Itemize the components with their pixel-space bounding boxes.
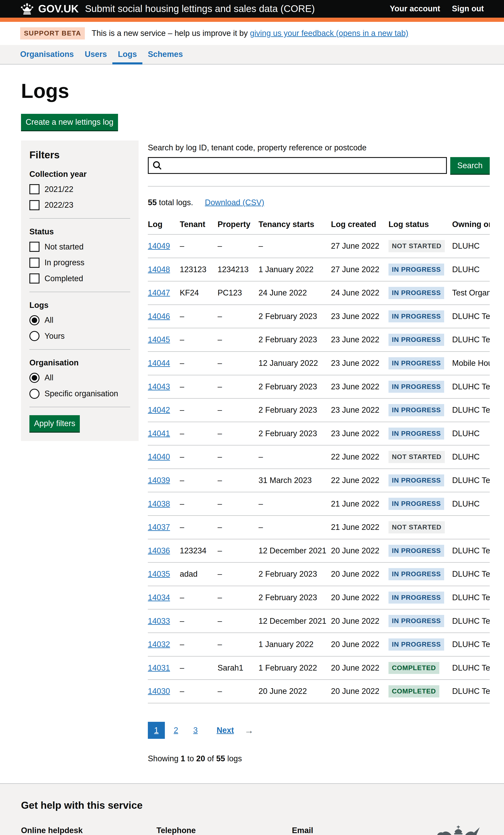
log-id-link[interactable]: 14043 [148, 382, 170, 391]
owning-organisation-cell: DLUHC Tes [452, 399, 490, 422]
tab-schemes[interactable]: Schemes [142, 45, 188, 64]
radio-label: Specific organisation [44, 388, 118, 399]
pagination-page-3[interactable]: 3 [187, 722, 204, 739]
radio-label: All [44, 372, 53, 383]
owning-organisation-cell: DLUHC Tes [452, 609, 490, 633]
footer-crest-area [434, 825, 483, 835]
log-id-link[interactable]: 14032 [148, 640, 170, 649]
tenancy-starts-cell: 1 February 2022 [259, 656, 331, 680]
property-cell: – [218, 375, 259, 399]
property-cell: – [218, 679, 259, 703]
showing-to: 20 [196, 754, 205, 763]
col-header-tenancy-starts: Tenancy starts [259, 216, 331, 235]
owning-organisation-cell: DLUHC Tes [452, 563, 490, 586]
your-account-link[interactable]: Your account [390, 4, 440, 14]
radio-label: Yours [44, 331, 65, 341]
owning-organisation-cell: DLUHC [452, 235, 490, 258]
results-divider [148, 186, 490, 186]
tenancy-starts-cell: 24 June 2022 [259, 281, 331, 305]
log-id-link[interactable]: 14047 [148, 288, 170, 297]
checkbox-2022-23[interactable] [29, 200, 39, 210]
checkbox-not-started[interactable] [29, 242, 39, 252]
pagination-next-link[interactable]: Next [210, 722, 240, 739]
govuk-logo-link[interactable]: GOV.UK [20, 2, 79, 16]
checkbox-2021-22[interactable] [29, 184, 39, 194]
download-csv-link[interactable]: Download (CSV) [205, 198, 264, 207]
log-id-link[interactable]: 14039 [148, 476, 170, 485]
col-header-log-created: Log created [331, 216, 388, 235]
pagination-page-1[interactable]: 1 [148, 722, 165, 739]
pagination-page-2[interactable]: 2 [167, 722, 184, 739]
checkbox-in-progress[interactable] [29, 258, 39, 268]
tenancy-starts-cell: 20 June 2022 [259, 679, 331, 703]
table-row: 14031 – Sarah1 1 February 2022 20 June 2… [148, 656, 490, 680]
filter-group-collection-year: Collection year 2021/22 2022/23 [29, 169, 130, 210]
table-row: 14046 – – 2 February 2023 23 June 2022 I… [148, 305, 490, 328]
govuk-logo-text: GOV.UK [38, 2, 79, 16]
filter-divider [29, 407, 130, 407]
tab-logs[interactable]: Logs [112, 45, 142, 64]
govuk-header: GOV.UK Submit social housing lettings an… [0, 0, 504, 22]
tab-organisations[interactable]: Organisations [15, 45, 79, 64]
collection-year-legend: Collection year [29, 169, 130, 179]
apply-filters-button[interactable]: Apply filters [29, 415, 80, 432]
table-row: 14041 – – 2 February 2023 23 June 2022 I… [148, 422, 490, 445]
log-id-link[interactable]: 14038 [148, 500, 170, 508]
status-badge: NOT STARTED [388, 240, 445, 252]
log-id-link[interactable]: 14033 [148, 616, 170, 626]
log-id-link[interactable]: 14035 [148, 570, 170, 578]
sign-out-link[interactable]: Sign out [452, 4, 484, 14]
status-badge: IN PROGRESS [388, 545, 444, 557]
log-id-link[interactable]: 14037 [148, 523, 170, 532]
property-cell: Sarah1 [218, 656, 259, 680]
radio-organisation-specific[interactable] [29, 389, 39, 399]
primary-navigation: Organisations Users Logs Schemes [0, 45, 504, 64]
service-name-link[interactable]: Submit social housing lettings and sales… [85, 2, 315, 15]
total-logs-text: total logs. [157, 198, 193, 207]
status-badge: IN PROGRESS [388, 592, 444, 604]
create-lettings-log-button[interactable]: Create a new lettings log [21, 114, 118, 130]
log-id-link[interactable]: 14030 [148, 687, 170, 696]
log-id-link[interactable]: 14046 [148, 312, 170, 321]
email-heading: Email [292, 825, 425, 835]
tenancy-starts-cell: 2 February 2023 [259, 422, 331, 445]
log-id-link[interactable]: 14031 [148, 664, 170, 672]
owning-organisation-cell: Mobile Hou [452, 351, 490, 375]
tenancy-starts-cell: 12 January 2022 [259, 351, 331, 375]
owning-organisation-cell: DLUHC Tes [452, 305, 490, 328]
status-badge: COMPLETED [388, 685, 439, 697]
showing-total: 55 [216, 754, 225, 763]
search-input[interactable] [148, 157, 447, 174]
property-cell: – [218, 586, 259, 609]
search-button[interactable]: Search [450, 157, 490, 174]
radio-logs-yours[interactable] [29, 331, 39, 341]
log-created-cell: 22 June 2022 [331, 469, 388, 492]
log-id-link[interactable]: 14044 [148, 359, 170, 368]
footer-telephone: Telephone 0333 202 5084 Monday to Friday… [157, 825, 292, 835]
tenant-cell: – [180, 399, 218, 422]
log-id-link[interactable]: 14040 [148, 452, 170, 461]
radio-organisation-all[interactable] [29, 373, 39, 383]
tab-users[interactable]: Users [79, 45, 113, 64]
tenant-cell: – [180, 305, 218, 328]
radio-logs-all[interactable] [29, 315, 39, 325]
log-id-link[interactable]: 14034 [148, 593, 170, 602]
log-id-link[interactable]: 14045 [148, 335, 170, 344]
log-id-link[interactable]: 14041 [148, 429, 170, 438]
log-id-link[interactable]: 14048 [148, 265, 170, 274]
log-id-link[interactable]: 14036 [148, 546, 170, 555]
property-cell: – [218, 609, 259, 633]
col-header-property: Property [218, 216, 259, 235]
log-id-link[interactable]: 14042 [148, 406, 170, 414]
crown-icon [20, 3, 34, 15]
log-created-cell: 27 June 2022 [331, 258, 388, 281]
tenant-cell: – [180, 235, 218, 258]
showing-summary: Showing 1 to 20 of 55 logs [148, 754, 490, 764]
tenant-cell: adad [180, 563, 218, 586]
footer-email: Email dluhc.digital-services@levellingup… [292, 825, 434, 835]
table-row: 14033 – – 12 December 2021 20 June 2022 … [148, 609, 490, 633]
table-row: 14038 – – – 21 June 2022 IN PROGRESS DLU… [148, 492, 490, 515]
checkbox-completed[interactable] [29, 273, 39, 284]
log-id-link[interactable]: 14049 [148, 242, 170, 250]
feedback-link[interactable]: giving us your feedback (opens in a new … [250, 29, 408, 38]
